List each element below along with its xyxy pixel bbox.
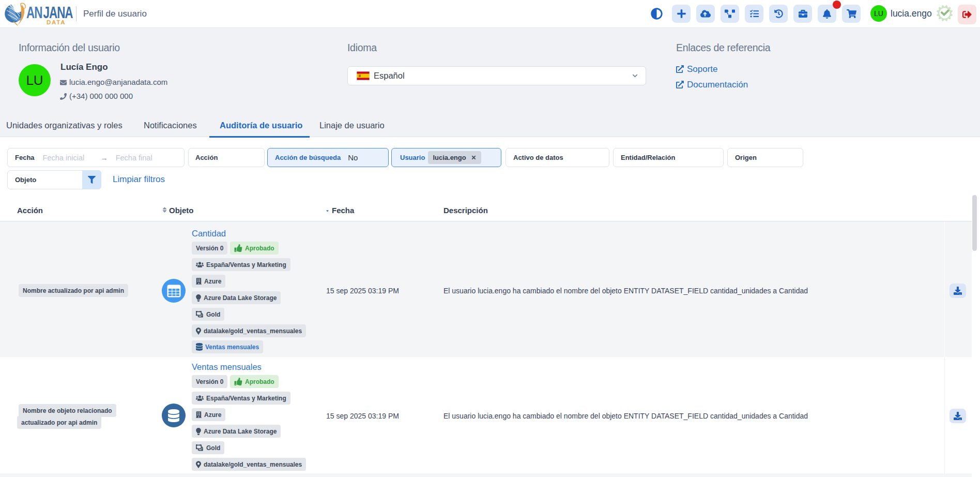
svg-text:AN: AN xyxy=(26,3,42,21)
svg-text:DATA: DATA xyxy=(47,19,66,25)
